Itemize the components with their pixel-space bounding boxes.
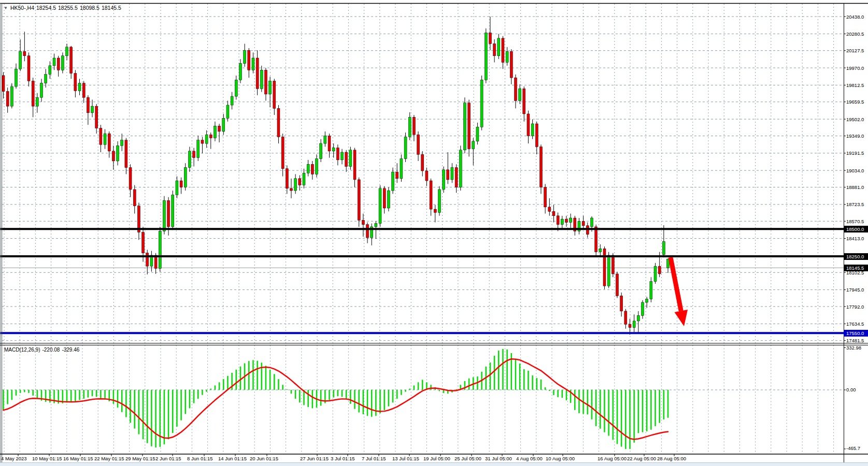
candle-body-bear xyxy=(209,135,212,138)
candle-body-bull xyxy=(387,191,390,208)
price-axis-label: 19659.5 xyxy=(846,99,864,105)
candle-body-bull xyxy=(531,124,534,136)
candle-body-bear xyxy=(281,137,284,168)
candle-body-bull xyxy=(19,51,22,69)
symbol-dropdown-icon[interactable]: ▼ xyxy=(4,6,8,10)
symbol-ohlc-readout: ▼HK50-,H418254.518255.518098.518145.5 xyxy=(4,5,123,11)
price-axis-label: 19191.5 xyxy=(846,150,864,156)
candle-body-bear xyxy=(557,216,559,225)
candle-body-bear xyxy=(434,209,436,212)
candle-body-bear xyxy=(455,168,458,187)
candle-body-bull xyxy=(184,168,187,187)
candle-body-bull xyxy=(332,148,335,151)
macd-scale-min: -465.7 xyxy=(846,445,860,451)
candle-body-bear xyxy=(421,154,424,171)
candle-body-bull xyxy=(66,47,68,56)
candle-body-bull xyxy=(637,315,639,321)
candle-body-bear xyxy=(23,51,26,55)
price-axis-label: 19812.5 xyxy=(846,82,864,88)
candle-body-bull xyxy=(320,143,322,159)
ohlc-low: 18098.5 xyxy=(80,5,99,11)
candle-body-bull xyxy=(607,255,610,286)
candle-body-bear xyxy=(142,232,145,253)
candle-body-bear xyxy=(624,311,627,324)
candle-body-bull xyxy=(197,140,200,158)
candle-body-bear xyxy=(27,56,30,81)
macd-main-value: -220.08 xyxy=(42,347,60,353)
candle-body-bull xyxy=(226,105,229,118)
candle-body-bull xyxy=(485,33,487,80)
candle-body-bear xyxy=(489,33,491,43)
candle-body-bear xyxy=(129,168,132,190)
candle-body-bear xyxy=(425,171,428,181)
candle-body-bull xyxy=(662,241,665,254)
candle-body-bear xyxy=(595,227,597,252)
candle-body-bull xyxy=(231,96,233,105)
candle-body-bull xyxy=(497,38,500,56)
candle-body-bull xyxy=(176,181,178,195)
ohlc-open: 18254.5 xyxy=(36,5,56,11)
time-axis-label: 31 Jul 05:00 xyxy=(485,456,512,461)
candle-body-bear xyxy=(383,188,386,208)
candle-body-bull xyxy=(15,69,18,86)
macd-indicator-readout: MACD(12,26,9)-220.08-329.46 xyxy=(4,347,81,353)
candle-body-bull xyxy=(117,145,119,161)
time-axis-label: 22 May 01:15 xyxy=(94,456,124,461)
time-axis-label: 29 May 01:15 xyxy=(125,456,155,461)
candle-body-bear xyxy=(523,89,525,114)
candle-body-bull xyxy=(91,106,94,113)
candle-body-bear xyxy=(95,106,98,128)
candle-body-bear xyxy=(430,181,432,209)
price-axis-label: 20127.5 xyxy=(846,48,864,53)
time-axis-label: 13 Jul 01:15 xyxy=(392,456,419,461)
candle-body-bull xyxy=(303,173,305,185)
candle-body-bear xyxy=(112,151,115,161)
candle-body-bear xyxy=(620,296,623,311)
candle-body-bear xyxy=(298,179,301,185)
candle-body-bull xyxy=(646,299,648,302)
candle-body-bear xyxy=(616,274,619,296)
candle-body-bear xyxy=(201,140,204,143)
candle-body-bull xyxy=(40,83,43,98)
time-axis-label: 4 May 2023 xyxy=(1,456,27,461)
price-axis-label: 17945.0 xyxy=(846,287,864,293)
time-axis-label: 7 Jul 01:15 xyxy=(362,456,386,461)
time-axis-label: 28 Aug 05:00 xyxy=(657,456,686,461)
candle-body-bear xyxy=(82,83,85,98)
candle-body-bull xyxy=(349,150,352,167)
candle-body-bear xyxy=(510,51,513,78)
candle-body-bull xyxy=(519,89,521,100)
chart-plot-area[interactable] xyxy=(0,0,868,466)
candle-body-bear xyxy=(548,207,551,211)
candle-body-bull xyxy=(239,64,241,80)
candle-body-bull xyxy=(400,159,403,179)
candle-body-bear xyxy=(264,70,267,94)
candle-body-bull xyxy=(307,164,309,173)
candle-body-bear xyxy=(493,43,496,55)
candle-body-bear xyxy=(311,164,314,174)
price-badge: 18145.5 xyxy=(844,265,868,271)
candle-body-bull xyxy=(188,151,191,168)
candle-body-bull xyxy=(205,135,208,143)
candle-body-bear xyxy=(133,190,136,206)
macd-scale-zero: 0.00 xyxy=(846,387,856,392)
time-axis-label: 2 Jun 01:15 xyxy=(155,456,181,461)
price-axis-label: 17634.5 xyxy=(846,321,864,327)
candle-body-bear xyxy=(362,220,364,224)
candle-body-bear xyxy=(552,211,555,215)
candle-body-bull xyxy=(443,170,445,190)
price-axis-label: 17792.0 xyxy=(846,304,864,310)
candle-body-bull xyxy=(104,134,106,144)
time-axis-label: 4 Aug 05:00 xyxy=(516,456,543,461)
candle-body-bear xyxy=(87,97,89,113)
candle-body-bear xyxy=(603,249,606,286)
candle-body-bull xyxy=(172,195,174,227)
candle-body-bear xyxy=(447,170,449,180)
candle-body-bull xyxy=(642,302,644,315)
time-axis-label: 14 Jun 01:15 xyxy=(218,456,247,461)
time-axis-label: 20 Jun 01:15 xyxy=(250,456,278,461)
candle-body-bear xyxy=(99,128,102,144)
candle-body-bear xyxy=(108,134,110,151)
candle-body-bull xyxy=(260,70,263,89)
candle-body-bear xyxy=(514,78,517,100)
